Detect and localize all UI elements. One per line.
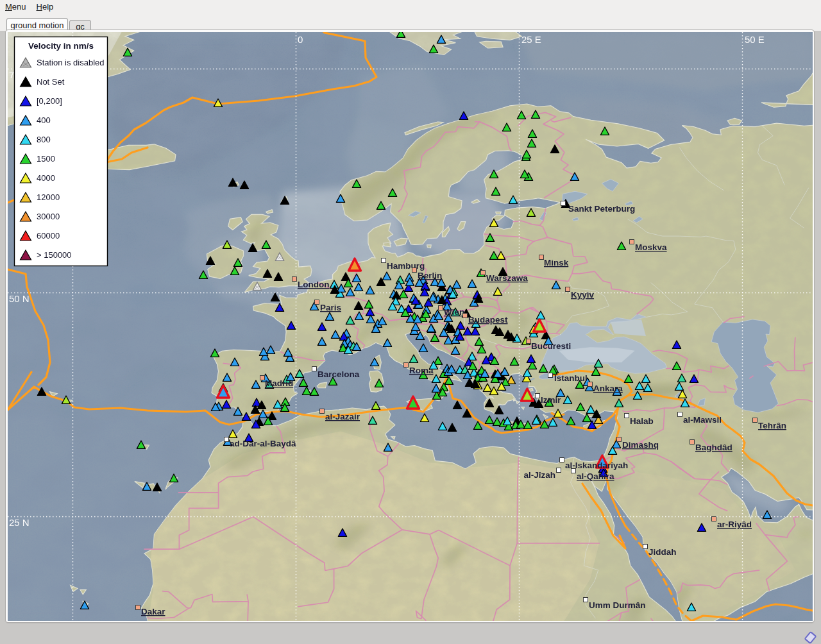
svg-text:25 E: 25 E bbox=[521, 34, 541, 45]
svg-text:50 N: 50 N bbox=[9, 293, 30, 304]
svg-text:> 150000: > 150000 bbox=[37, 250, 72, 260]
svg-text:Jiddah: Jiddah bbox=[648, 547, 677, 557]
svg-text:Station is disabled: Station is disabled bbox=[37, 58, 105, 67]
svg-text:400: 400 bbox=[37, 115, 51, 125]
svg-text:Minsk: Minsk bbox=[544, 258, 569, 267]
svg-text:Umm Durmân: Umm Durmân bbox=[589, 600, 646, 610]
svg-text:ar-Riyâd: ar-Riyâd bbox=[717, 520, 752, 529]
svg-text:30000: 30000 bbox=[37, 212, 60, 221]
svg-text:800: 800 bbox=[37, 135, 51, 144]
svg-text:Moskva: Moskva bbox=[635, 242, 667, 252]
svg-text:[0,200]: [0,200] bbox=[37, 96, 62, 106]
svg-text:12000: 12000 bbox=[37, 192, 60, 202]
svg-text:Roma: Roma bbox=[409, 366, 434, 375]
svg-text:Budapest: Budapest bbox=[468, 315, 508, 325]
svg-text:Dakar: Dakar bbox=[141, 607, 165, 616]
svg-text:Madrid: Madrid bbox=[265, 378, 293, 388]
svg-text:4000: 4000 bbox=[37, 173, 55, 183]
svg-text:0: 0 bbox=[298, 34, 303, 45]
svg-text:Baghdâd: Baghdâd bbox=[695, 443, 732, 452]
svg-text:Barcelona: Barcelona bbox=[317, 369, 360, 379]
svg-text:Wien: Wien bbox=[444, 307, 464, 317]
svg-text:Berlin: Berlin bbox=[418, 271, 442, 280]
svg-text:al-Qahira: al-Qahira bbox=[577, 471, 614, 481]
svg-text:al-Jîzah: al-Jîzah bbox=[523, 470, 555, 480]
svg-text:Kyyiv: Kyyiv bbox=[571, 290, 595, 300]
svg-text:ad-Dar-al-Baydâ: ad-Dar-al-Baydâ bbox=[230, 439, 296, 448]
svg-text:Warszawa: Warszawa bbox=[486, 273, 528, 283]
svg-text:25 N: 25 N bbox=[9, 517, 30, 528]
svg-text:50 E: 50 E bbox=[745, 34, 765, 45]
svg-text:Istanbul: Istanbul bbox=[554, 373, 588, 383]
svg-text:Halab: Halab bbox=[630, 416, 654, 426]
svg-text:Dimashq: Dimashq bbox=[622, 440, 659, 450]
svg-text:al-Mawsil: al-Mawsil bbox=[683, 415, 722, 425]
svg-text:Paris: Paris bbox=[320, 303, 341, 312]
svg-text:Velocity in nm/s: Velocity in nm/s bbox=[28, 41, 94, 51]
svg-text:Not Set: Not Set bbox=[37, 77, 65, 87]
svg-text:Bucuresti: Bucuresti bbox=[531, 341, 571, 351]
svg-text:Hamburg: Hamburg bbox=[387, 261, 425, 271]
svg-text:1500: 1500 bbox=[37, 154, 55, 164]
svg-text:al-Jazair: al-Jazair bbox=[325, 412, 360, 421]
svg-text:Tehrân: Tehrân bbox=[758, 421, 786, 430]
svg-text:Sankt Peterburg: Sankt Peterburg bbox=[568, 204, 635, 214]
svg-text:London: London bbox=[298, 280, 329, 289]
svg-text:60000: 60000 bbox=[37, 231, 60, 241]
svg-text:Izmir: Izmir bbox=[541, 395, 561, 405]
svg-text:Ankara: Ankara bbox=[593, 384, 623, 393]
